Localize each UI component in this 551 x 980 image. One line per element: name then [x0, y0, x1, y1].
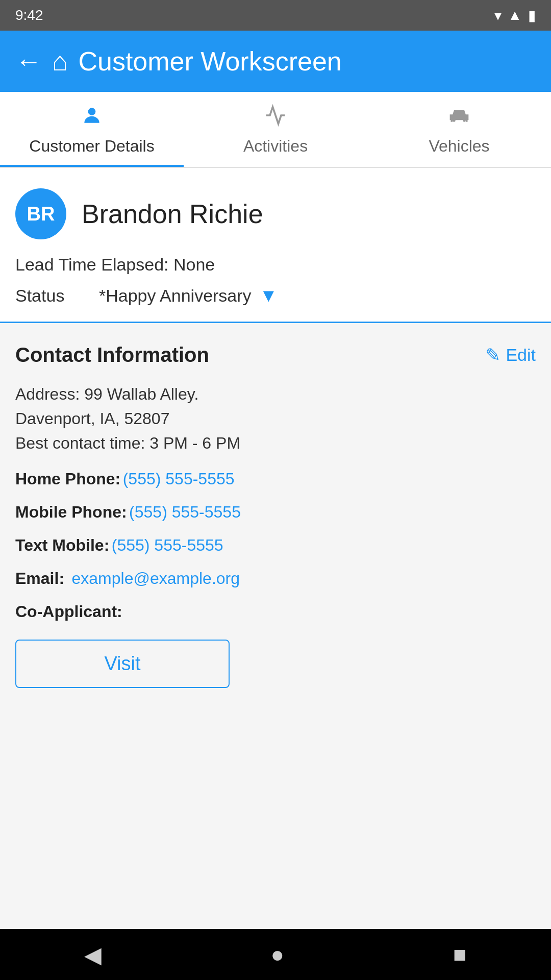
customer-summary: BR Brandon Richie Lead Time Elapsed: Non… — [0, 168, 551, 323]
tab-customer-details-label: Customer Details — [29, 137, 154, 156]
contact-title: Contact Information — [15, 344, 209, 366]
app-bar: ← ⌂ Customer Workscreen — [0, 31, 551, 92]
lead-time: Lead Time Elapsed: None — [15, 255, 536, 275]
avatar: BR — [15, 188, 66, 239]
nav-home-button[interactable]: ● — [270, 942, 284, 967]
email-row: Email: example@example.org — [15, 569, 536, 588]
text-mobile-value[interactable]: (555) 555-5555 — [112, 536, 223, 554]
svg-point-1 — [453, 119, 456, 122]
activity-icon — [264, 104, 287, 132]
status-label: Status — [15, 286, 87, 306]
status-bar-icons: ▾ ▲ ▮ — [494, 7, 536, 24]
contact-header: Contact Information ✎ Edit — [15, 344, 536, 366]
address-line1: Address: 99 Wallab Alley. — [15, 382, 536, 406]
home-phone-label: Home Phone: — [15, 470, 120, 488]
status-row: Status *Happy Anniversary ▼ — [15, 285, 536, 306]
tabs: Customer Details Activities Vehicles — [0, 92, 551, 168]
tab-vehicles-label: Vehicles — [429, 137, 489, 156]
signal-icon: ▲ — [508, 7, 522, 23]
email-label: Email: — [15, 569, 64, 587]
text-mobile-row: Text Mobile: (555) 555-5555 — [15, 536, 536, 555]
edit-label: Edit — [506, 345, 536, 365]
time: 9:42 — [15, 7, 43, 23]
customer-header: BR Brandon Richie — [15, 188, 536, 239]
back-button[interactable]: ← — [15, 46, 42, 77]
customer-name: Brandon Richie — [82, 199, 263, 229]
edit-button[interactable]: ✎ Edit — [485, 345, 536, 366]
person-icon — [81, 104, 103, 132]
pencil-icon: ✎ — [485, 345, 500, 366]
visit-button[interactable]: Visit — [15, 640, 230, 688]
nav-recent-button[interactable]: ■ — [453, 942, 467, 967]
home-button[interactable]: ⌂ — [52, 46, 68, 77]
battery-icon: ▮ — [528, 7, 536, 24]
tab-customer-details[interactable]: Customer Details — [0, 92, 184, 167]
tab-vehicles[interactable]: Vehicles — [367, 92, 551, 167]
car-icon — [448, 104, 470, 132]
text-mobile-label: Text Mobile: — [15, 536, 109, 554]
status-dropdown[interactable]: *Happy Anniversary ▼ — [99, 285, 278, 306]
nav-back-button[interactable]: ◀ — [84, 942, 102, 968]
home-phone-row: Home Phone: (555) 555-5555 — [15, 470, 536, 488]
status-bar: 9:42 ▾ ▲ ▮ — [0, 0, 551, 31]
co-applicant-row: Co-Applicant: — [15, 602, 536, 621]
status-value: *Happy Anniversary — [99, 286, 252, 306]
address-line2: Davenport, IA, 52807 — [15, 406, 536, 431]
tab-activities[interactable]: Activities — [184, 92, 367, 167]
chevron-down-icon: ▼ — [260, 285, 278, 306]
svg-point-2 — [463, 119, 466, 122]
co-applicant-label: Co-Applicant: — [15, 602, 122, 621]
address-block: Address: 99 Wallab Alley. Davenport, IA,… — [15, 382, 536, 455]
nav-bar: ◀ ● ■ — [0, 929, 551, 980]
app-bar-title: Customer Workscreen — [78, 46, 341, 77]
svg-point-0 — [88, 108, 96, 115]
contact-section: Contact Information ✎ Edit Address: 99 W… — [0, 323, 551, 929]
mobile-phone-label: Mobile Phone: — [15, 503, 127, 521]
mobile-phone-value[interactable]: (555) 555-5555 — [129, 503, 241, 521]
tab-activities-label: Activities — [243, 137, 308, 156]
mobile-phone-row: Mobile Phone: (555) 555-5555 — [15, 503, 536, 522]
email-value[interactable]: example@example.org — [71, 569, 240, 587]
home-phone-value[interactable]: (555) 555-5555 — [123, 470, 235, 488]
best-contact-time: Best contact time: 3 PM - 6 PM — [15, 431, 536, 455]
wifi-icon: ▾ — [494, 7, 502, 24]
